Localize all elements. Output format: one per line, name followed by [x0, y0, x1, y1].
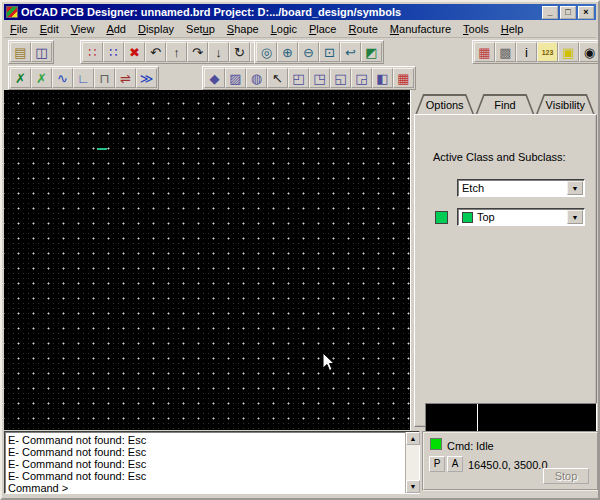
add-vertex-button[interactable]: ∟ [73, 68, 94, 88]
redo-checkpoint-button[interactable]: ↓ [208, 42, 229, 62]
delete-button[interactable]: ✖ [124, 42, 145, 62]
edit-toolbar-group: ∷∷✖↶↑↷↓↻⊸ [80, 40, 273, 64]
close-button[interactable]: × [578, 6, 594, 19]
menu-item[interactable]: View [65, 21, 101, 37]
toolbar-row-1: ▤◫ ∷∷✖↶↑↷↓↻⊸ ◎⊕⊖⊡↩◩ ▦▩i123▣◉ [4, 38, 596, 64]
panel-tabs: Options Find Visibility [415, 94, 596, 115]
shape-toolbar-group: ◆▨◍↖◰◳◱◲◧▦ [202, 66, 416, 90]
file-toolbar-group: ▤◫ [8, 40, 54, 64]
scroll-down-icon[interactable]: ▼ [406, 480, 420, 493]
chevron-down-icon[interactable]: ▼ [567, 181, 583, 195]
rats-all-button[interactable]: ∷ [103, 42, 124, 62]
shape-delete-island-button[interactable]: ◱ [330, 68, 351, 88]
select-shape-button[interactable]: ↖ [267, 68, 288, 88]
dehighlight-button[interactable]: ◉ [579, 42, 600, 62]
delay-tune-button[interactable]: ⇌ [115, 68, 136, 88]
active-class-label: Active Class and Subclass: [433, 151, 566, 163]
open-button[interactable]: ▤ [10, 42, 31, 62]
menu-item[interactable]: Help [495, 21, 530, 37]
console-line: E- Command not found: Esc [8, 434, 402, 446]
mouse-cursor-icon [322, 352, 336, 372]
shape-polygon-button[interactable]: ◆ [204, 68, 225, 88]
minimize-button[interactable]: _ [542, 6, 558, 19]
rats-net-button[interactable]: ✗ [31, 68, 52, 88]
class-dropdown[interactable]: Etch ▼ [457, 179, 585, 197]
chevron-down-icon[interactable]: ▼ [567, 210, 583, 224]
orcad-pcb-designer-window: OrCAD PCB Designer: unnamed.brd Project:… [0, 0, 600, 500]
subclass-dropdown-value: Top [477, 211, 495, 223]
subclass-dropdown[interactable]: Top ▼ [457, 208, 585, 226]
slide-button[interactable]: ∿ [52, 68, 73, 88]
zoom-previous-button[interactable]: ↩ [340, 42, 361, 62]
tab-visibility[interactable]: Visibility [536, 94, 595, 115]
shape-merge-button[interactable]: ◧ [372, 68, 393, 88]
unrats-all-button[interactable]: ∷ [82, 42, 103, 62]
menu-item[interactable]: Route [342, 21, 383, 37]
shape-rectangular-button[interactable]: ▨ [225, 68, 246, 88]
save-button[interactable]: ◫ [31, 42, 52, 62]
title-bar: OrCAD PCB Designer: unnamed.brd Project:… [4, 4, 596, 20]
menu-item[interactable]: Tools [457, 21, 495, 37]
status-panel: Cmd: Idle P A 16450.0, 3500.0 Stop [422, 431, 599, 491]
class-dropdown-value: Etch [458, 182, 567, 194]
tab-options[interactable]: Options [415, 94, 474, 115]
menu-item[interactable]: Shape [221, 21, 265, 37]
display-toolbar-group: ▦▩i123▣◉ [472, 40, 600, 64]
console-line: E- Command not found: Esc [8, 470, 402, 482]
tab-find[interactable]: Find [475, 94, 534, 115]
menu-item[interactable]: Manufacture [384, 21, 457, 37]
zoom-out-button[interactable]: ⊖ [298, 42, 319, 62]
menu-item[interactable]: Add [100, 21, 132, 37]
color-dialog-button[interactable]: ▦ [474, 42, 495, 62]
zoom-points-button[interactable]: ◎ [256, 42, 277, 62]
toolbar-row-2: ✗✗∿∟⊓⇌≫ ◆▨◍↖◰◳◱◲◧▦ [4, 64, 596, 90]
menu-item[interactable]: Display [132, 21, 180, 37]
window-title: OrCAD PCB Designer: unnamed.brd Project:… [21, 6, 542, 18]
shape-circular-button[interactable]: ◍ [246, 68, 267, 88]
pick-mode-button[interactable]: P [429, 456, 445, 472]
shape-edit-boundary-button[interactable]: ◳ [309, 68, 330, 88]
absolute-mode-button[interactable]: A [447, 456, 463, 472]
menu-item[interactable]: Logic [265, 21, 303, 37]
cmd-state: Idle [476, 440, 494, 452]
menu-item[interactable]: Setup [180, 21, 221, 37]
highlight-button[interactable]: ▣ [558, 42, 579, 62]
color-priority-button[interactable]: ▩ [495, 42, 516, 62]
zoom-toolbar-group: ◎⊕⊖⊡↩◩ [254, 40, 384, 64]
shape-check-button[interactable]: ▦ [393, 68, 414, 88]
console-line: E- Command not found: Esc [8, 446, 402, 458]
redo-button[interactable]: ↷ [187, 42, 208, 62]
menu-item[interactable]: Place [303, 21, 343, 37]
shape-select-void-button[interactable]: ◲ [351, 68, 372, 88]
bottom-strip [4, 494, 596, 498]
design-canvas[interactable] [4, 90, 410, 430]
zoom-world-button[interactable]: ⊡ [319, 42, 340, 62]
route-next-button[interactable]: ≫ [136, 68, 157, 88]
maximize-button[interactable]: □ [560, 6, 576, 19]
unrats-net-button[interactable]: ✗ [10, 68, 31, 88]
measure-button[interactable]: 123 [537, 42, 558, 62]
shove-button[interactable]: ↻ [229, 42, 250, 62]
scroll-up-icon[interactable]: ▲ [406, 432, 420, 445]
cmd-label: Cmd: [447, 440, 473, 452]
app-icon [6, 6, 18, 18]
zoom-in-button[interactable]: ⊕ [277, 42, 298, 62]
cursor-coordinates: 16450.0, 3500.0 [468, 459, 548, 471]
console-line: E- Command not found: Esc [8, 458, 402, 470]
shape-manual-void-button[interactable]: ◰ [288, 68, 309, 88]
console-output: E- Command not found: EscE- Command not … [5, 432, 405, 493]
options-tab-page: Active Class and Subclass: Etch ▼ Top ▼ [414, 114, 597, 427]
stop-button[interactable]: Stop [543, 468, 589, 484]
console-scrollbar[interactable]: ▲ ▼ [405, 432, 419, 493]
undo-checkpoint-button[interactable]: ↑ [166, 42, 187, 62]
undo-button[interactable]: ↶ [145, 42, 166, 62]
shadow-toggle-button[interactable]: ◩ [361, 42, 382, 62]
canvas-etch-segment [97, 148, 107, 150]
command-console[interactable]: E- Command not found: EscE- Command not … [4, 431, 420, 494]
subclass-color-swatch [462, 212, 473, 223]
layer-color-swatch [435, 211, 448, 224]
menu-item[interactable]: Edit [34, 21, 65, 37]
info-button[interactable]: i [516, 42, 537, 62]
menu-item[interactable]: File [4, 21, 34, 37]
custom-smooth-button[interactable]: ⊓ [94, 68, 115, 88]
